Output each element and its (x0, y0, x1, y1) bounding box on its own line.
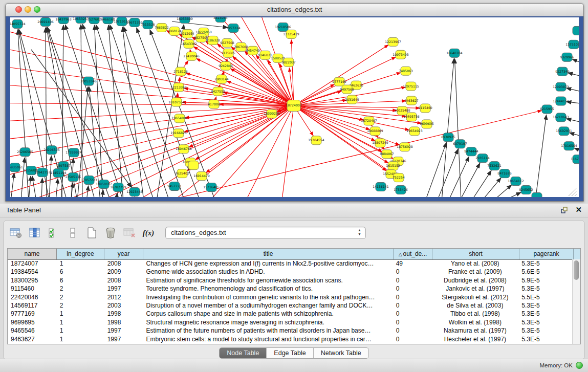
graph-node[interactable]: 20691406 (37, 17, 54, 26)
graph-node[interactable]: 14136141 (373, 183, 389, 191)
function-builder-button[interactable]: f(x) (141, 226, 156, 240)
graph-node[interactable]: 9242848 (219, 61, 233, 70)
tab-network-table[interactable]: Network Table (314, 348, 368, 358)
citation-edge-black[interactable] (567, 88, 579, 93)
graph-node[interactable]: 7515526 (141, 20, 155, 29)
graph-node[interactable]: 24055724 (10, 19, 26, 28)
table-row[interactable]: 1872400712008Changes of HCN gene express… (8, 259, 573, 268)
citation-edge-black[interactable] (572, 59, 579, 65)
citation-edge-black[interactable] (425, 143, 446, 197)
graph-node[interactable]: 9227349 (555, 67, 570, 76)
table-scrollbar[interactable] (572, 259, 580, 344)
graph-node[interactable]: 10654112 (508, 177, 524, 186)
column-header-name[interactable]: name (8, 249, 57, 259)
graph-node[interactable]: 9474444 (464, 147, 478, 156)
citation-edge-black[interactable] (32, 176, 36, 197)
citation-edge-black[interactable] (460, 163, 480, 197)
graph-node[interactable]: 9827508 (220, 38, 234, 47)
citation-edge-black[interactable] (442, 59, 454, 197)
graph-node[interactable]: 6079197 (453, 140, 467, 148)
graph-node[interactable]: 10973493 (393, 50, 409, 59)
column-header-short[interactable]: short (432, 249, 519, 259)
citation-edge-black[interactable] (437, 149, 458, 197)
citation-edge-black[interactable] (570, 133, 579, 138)
citation-edge-black[interactable] (11, 173, 14, 197)
graph-node[interactable]: 10688809 (367, 127, 383, 136)
citation-edge-red[interactable] (210, 106, 294, 197)
graph-node[interactable]: 7625402 (175, 169, 189, 178)
graph-node[interactable]: 13505115 (65, 173, 81, 182)
graph-node[interactable]: 18437963 (55, 17, 72, 24)
graph-node[interactable]: 1733426 (394, 186, 408, 194)
citation-edge-black[interactable] (96, 25, 154, 197)
citation-edge-red[interactable] (10, 85, 294, 106)
graph-node[interactable]: 15720407 (361, 117, 377, 125)
table-row[interactable]: 946362711997Embryonic stem cells: a mode… (8, 335, 573, 343)
graph-node[interactable]: 1527602 (87, 17, 101, 24)
graph-node[interactable]: 18756928 (397, 143, 413, 151)
graph-node[interactable]: 19166825 (170, 129, 187, 138)
scrollbar-thumb[interactable] (574, 260, 579, 280)
network-canvas[interactable]: 2405572420691406184379631065325715276026… (10, 17, 579, 197)
column-header-out_de[interactable]: △out_de... (394, 249, 432, 259)
graph-node[interactable]: 752254 (393, 173, 405, 182)
create-column-button[interactable] (84, 226, 99, 240)
table-row[interactable]: 1938455462009Genome-wide association stu… (8, 268, 573, 276)
float-panel-icon[interactable] (560, 206, 569, 214)
citation-edge-black[interactable] (567, 119, 579, 123)
citation-edge-black[interactable] (574, 148, 579, 153)
graph-node[interactable]: 8215955 (540, 105, 554, 114)
graph-node[interactable]: 2031644 (345, 95, 359, 104)
show-columns-button[interactable] (28, 226, 42, 240)
table-options-button[interactable] (9, 226, 23, 240)
graph-node[interactable]: 9822037 (281, 58, 296, 67)
delete-columns-button[interactable] (103, 226, 118, 240)
citation-edge-black[interactable] (493, 185, 512, 197)
citation-edge-red[interactable] (206, 106, 294, 173)
citation-edge-red[interactable] (230, 69, 294, 105)
close-panel-icon[interactable]: ✕ (575, 205, 582, 214)
graph-node[interactable]: 18107554 (168, 98, 185, 106)
citation-edge-red[interactable] (10, 68, 294, 106)
graph-node[interactable]: 9146821 (258, 51, 272, 59)
citation-edge-black[interactable] (41, 178, 42, 197)
citation-edge-black[interactable] (56, 179, 58, 197)
graph-node[interactable]: 17016504 (561, 142, 577, 150)
graph-node[interactable]: 8860124 (167, 27, 182, 35)
graph-node[interactable]: 8912954 (180, 29, 194, 38)
column-header-in_degree[interactable]: in_degree (57, 249, 104, 259)
graph-node[interactable]: 1615152 (386, 162, 400, 170)
table-row[interactable]: 1830029562008Estimation of significance … (8, 276, 573, 285)
citation-edge-red[interactable] (294, 45, 388, 106)
graph-node[interactable]: 9115460 (418, 104, 432, 113)
graph-node[interactable]: 18724007 (286, 100, 302, 112)
citation-edge-black[interactable] (95, 25, 103, 197)
table-row[interactable]: 946554611997Estimation of the future num… (8, 326, 573, 335)
select-all-button[interactable] (47, 226, 61, 240)
graph-node[interactable]: 15935061 (10, 163, 23, 172)
citation-edge-red[interactable] (10, 32, 294, 106)
canvas-resize-grip[interactable] (572, 191, 577, 196)
graph-node[interactable]: 1167533 (571, 155, 579, 164)
graph-node[interactable]: 10653257 (73, 17, 89, 23)
citation-edge-black[interactable] (82, 24, 136, 197)
graph-node[interactable]: 16782759 (110, 183, 126, 192)
citation-graph[interactable]: 2405572420691406184379631065325715276026… (10, 17, 579, 197)
table-row[interactable]: 911546021997Tourette syndrome. Phenomeno… (8, 285, 573, 293)
graph-node[interactable] (532, 193, 542, 197)
graph-node[interactable]: 417006 (208, 100, 220, 108)
citation-edge-black[interactable] (49, 156, 51, 197)
graph-node[interactable]: 9329966 (560, 53, 574, 61)
graph-node[interactable]: 8471676 (497, 169, 512, 178)
table-row[interactable]: 969969511998Structural magnetic resonanc… (8, 318, 573, 326)
graph-node[interactable]: 8813054 (213, 17, 228, 22)
window-titlebar[interactable]: citations_edges.txt (6, 4, 583, 16)
memory-ok-indicator[interactable] (576, 362, 583, 369)
graph-node[interactable]: 3175685 (221, 49, 235, 57)
citation-edge-black[interactable] (535, 115, 547, 197)
citation-edge-red[interactable] (103, 106, 294, 197)
graph-node[interactable]: 19654923 (406, 127, 423, 136)
citation-edge-black[interactable] (448, 157, 469, 197)
graph-node[interactable] (188, 161, 199, 170)
graph-node[interactable] (573, 26, 579, 35)
